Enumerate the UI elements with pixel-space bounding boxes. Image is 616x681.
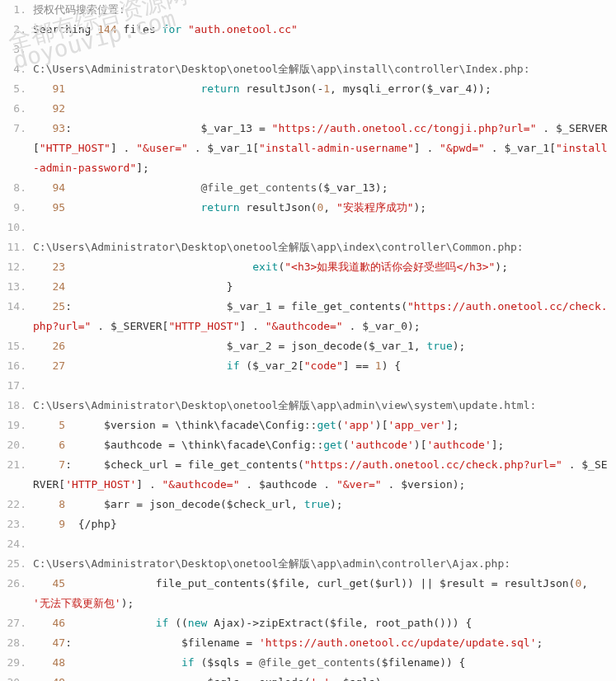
code-line: 2.Searching 144 files for "auth.onetool.… (0, 20, 616, 40)
code-line: 7. 93: $_var_13 = "https://auth.onetool.… (0, 119, 616, 178)
line-content: C:\Users\Administrator\Desktop\onetool全解… (33, 237, 616, 257)
line-content (33, 218, 616, 237)
code-line: 19. 5 $version = \think\facade\Config::g… (0, 416, 616, 435)
line-number: 15. (0, 336, 33, 356)
code-line: 1.授权代码搜索位置: (0, 0, 616, 20)
line-content: 7: $check_url = file_get_contents("https… (33, 455, 616, 495)
line-content: C:\Users\Administrator\Desktop\onetool全解… (33, 59, 616, 79)
line-content: 26 $_var_2 = json_decode($_var_1, true); (33, 336, 616, 356)
line-number: 4. (0, 59, 33, 79)
line-content: 授权代码搜索位置: (33, 0, 616, 20)
line-number: 20. (0, 435, 33, 455)
code-line: 3. (0, 40, 616, 59)
line-number: 3. (0, 40, 33, 59)
line-number: 29. (0, 653, 33, 673)
code-line: 10. (0, 218, 616, 237)
line-number: 22. (0, 495, 33, 514)
line-number: 17. (0, 376, 33, 396)
line-content: 93: $_var_13 = "https://auth.onetool.cc/… (33, 119, 616, 178)
line-content: 46 if ((new Ajax)->zipExtract($file, roo… (33, 613, 616, 633)
line-number: 25. (0, 554, 33, 574)
line-number: 18. (0, 396, 33, 416)
line-content: 23 exit("<h3>如果我道歉的话你会好受些吗</h3>"); (33, 257, 616, 277)
line-content: 8 $arr = json_decode($check_url, true); (33, 495, 616, 514)
line-content: 27 if ($_var_2["code"] == 1) { (33, 356, 616, 376)
code-line: 4.C:\Users\Administrator\Desktop\onetool… (0, 59, 616, 79)
line-content: 47: $filename = 'https://auth.onetool.cc… (33, 633, 616, 653)
line-content: C:\Users\Administrator\Desktop\onetool全解… (33, 554, 616, 574)
code-line: 12. 23 exit("<h3>如果我道歉的话你会好受些吗</h3>"); (0, 257, 616, 277)
code-line: 26. 45 file_put_contents($file, curl_get… (0, 574, 616, 613)
code-line: 21. 7: $check_url = file_get_contents("h… (0, 455, 616, 495)
line-content (33, 376, 616, 396)
line-number: 23. (0, 514, 33, 534)
line-number: 2. (0, 20, 33, 40)
line-content: 6 $authcode = \think\facade\Config::get(… (33, 435, 616, 455)
code-line: 27. 46 if ((new Ajax)->zipExtract($file,… (0, 613, 616, 633)
line-number: 5. (0, 79, 33, 99)
code-line: 28. 47: $filename = 'https://auth.onetoo… (0, 633, 616, 653)
line-content: 45 file_put_contents($file, curl_get($ur… (33, 574, 616, 613)
line-content (33, 40, 616, 59)
line-number: 16. (0, 356, 33, 376)
code-line: 9. 95 return resultJson(0, "安装程序成功"); (0, 198, 616, 218)
code-line: 29. 48 if ($sqls = @file_get_contents($f… (0, 653, 616, 673)
code-line: 17. (0, 376, 616, 396)
line-number: 28. (0, 633, 33, 653)
line-content (33, 534, 616, 554)
code-line: 5. 91 return resultJson(-1, mysqli_error… (0, 79, 616, 99)
line-content: 94 @file_get_contents($_var_13); (33, 178, 616, 198)
code-line: 8. 94 @file_get_contents($_var_13); (0, 178, 616, 198)
code-line: 23. 9 {/php} (0, 514, 616, 534)
line-number: 27. (0, 613, 33, 633)
code-line: 24. (0, 534, 616, 554)
line-content: 25: $_var_1 = file_get_contents("https:/… (33, 297, 616, 336)
code-line: 15. 26 $_var_2 = json_decode($_var_1, tr… (0, 336, 616, 356)
line-number: 7. (0, 119, 33, 139)
line-number: 30. (0, 673, 33, 681)
code-line: 30. 49 $sqls = explode(';', $sqls); (0, 673, 616, 681)
line-number: 1. (0, 0, 33, 20)
line-number: 11. (0, 237, 33, 257)
line-content: 95 return resultJson(0, "安装程序成功"); (33, 198, 616, 218)
code-block: 1.授权代码搜索位置: 2.Searching 144 files for "a… (0, 0, 616, 681)
line-content: Searching 144 files for "auth.onetool.cc… (33, 20, 616, 40)
code-line: 25.C:\Users\Administrator\Desktop\onetoo… (0, 554, 616, 574)
line-number: 14. (0, 297, 33, 317)
line-number: 19. (0, 416, 33, 435)
line-content: 48 if ($sqls = @file_get_contents($filen… (33, 653, 616, 673)
line-number: 12. (0, 257, 33, 277)
line-content: 92 (33, 99, 616, 119)
line-content: 91 return resultJson(-1, mysqli_error($_… (33, 79, 616, 99)
line-number: 21. (0, 455, 33, 475)
line-content: 5 $version = \think\facade\Config::get('… (33, 416, 616, 435)
line-number: 13. (0, 277, 33, 297)
line-number: 26. (0, 574, 33, 594)
line-content: 9 {/php} (33, 514, 616, 534)
code-line: 14. 25: $_var_1 = file_get_contents("htt… (0, 297, 616, 336)
code-line: 13. 24 } (0, 277, 616, 297)
code-line: 20. 6 $authcode = \think\facade\Config::… (0, 435, 616, 455)
line-content: 24 } (33, 277, 616, 297)
line-number: 8. (0, 178, 33, 198)
line-content: 49 $sqls = explode(';', $sqls); (33, 673, 616, 681)
code-line: 11.C:\Users\Administrator\Desktop\onetoo… (0, 237, 616, 257)
line-content: C:\Users\Administrator\Desktop\onetool全解… (33, 396, 616, 416)
code-line: 16. 27 if ($_var_2["code"] == 1) { (0, 356, 616, 376)
code-line: 18.C:\Users\Administrator\Desktop\onetoo… (0, 396, 616, 416)
line-number: 10. (0, 218, 33, 237)
line-number: 6. (0, 99, 33, 119)
code-line: 22. 8 $arr = json_decode($check_url, tru… (0, 495, 616, 514)
line-number: 24. (0, 534, 33, 554)
code-line: 6. 92 (0, 99, 616, 119)
line-number: 9. (0, 198, 33, 218)
